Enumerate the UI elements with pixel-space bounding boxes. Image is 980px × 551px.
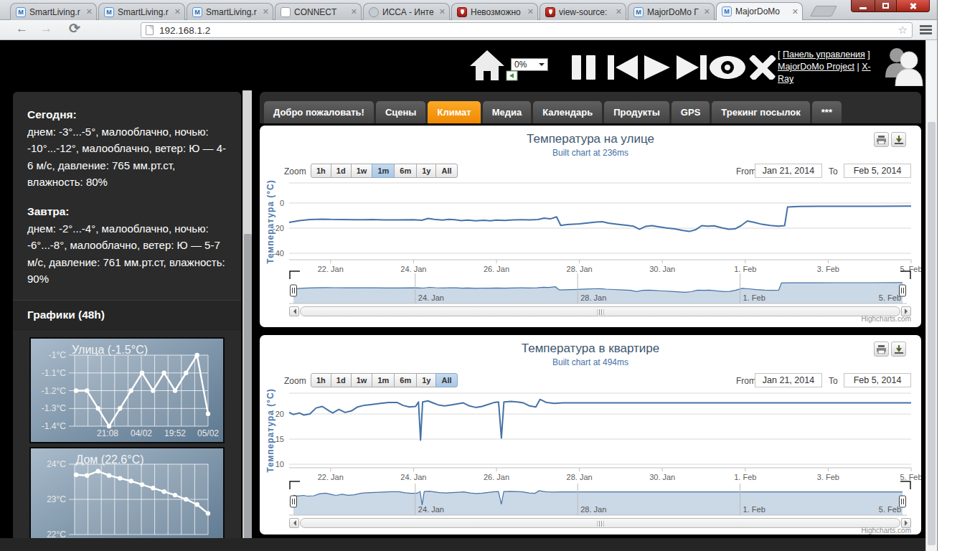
menu-icon[interactable]: [920, 25, 932, 34]
svg-text:23°C: 23°C: [47, 494, 66, 504]
bracket-text: [: [778, 50, 783, 60]
y-axis-title: Температура (°C): [265, 179, 275, 264]
mini-chart-home[interactable]: 24°C23°C22°C21:0804/0219:5205/02 Дом (22…: [29, 447, 225, 551]
chart-plot: 0-20-4022. Jan24. Jan26. Jan28. Jan30. J…: [260, 126, 921, 327]
url-text[interactable]: 192.168.1.2: [159, 25, 898, 36]
majordomo-project-link[interactable]: MajorDoMo Project: [778, 62, 854, 72]
app-tab-календарь[interactable]: Календарь: [533, 101, 602, 123]
svg-text:05/02: 05/02: [197, 428, 219, 438]
right-arrow-icon: [905, 309, 910, 314]
refresh-button[interactable]: ⟳: [69, 22, 80, 36]
bracket-text: ]: [865, 50, 870, 60]
today-label: Сегодня:: [27, 106, 227, 123]
browser-scrollbar-thumb[interactable]: [928, 122, 936, 545]
app-tab-медиа[interactable]: Медиа: [483, 101, 532, 123]
sidebar-scrollbar[interactable]: [242, 90, 252, 551]
scroll-left-button[interactable]: [289, 306, 299, 316]
svg-text:22. Jan: 22. Jan: [318, 473, 344, 481]
app-tab-климат[interactable]: Климат: [428, 101, 480, 123]
app-tab-bar: Добро пожаловать!СценыКлиматМедиаКаленда…: [260, 92, 921, 123]
app-tab-сцены[interactable]: Сцены: [376, 101, 426, 123]
tab-close-icon[interactable]: ✕: [704, 7, 710, 17]
drop-favicon-icon: [545, 7, 555, 17]
majordomo-favicon-icon: M: [633, 7, 644, 17]
svg-text:1. Feb: 1. Feb: [743, 293, 765, 302]
temperature-series-line: [289, 206, 911, 231]
tab-close-icon[interactable]: ✕: [527, 7, 534, 17]
navigator-handle[interactable]: [900, 285, 906, 296]
app-tab-трекинг-посылок[interactable]: Трекинг посылок: [712, 101, 809, 123]
svg-text:24. Jan: 24. Jan: [418, 505, 444, 514]
play-button[interactable]: [643, 55, 672, 80]
tab-close-icon[interactable]: ✕: [174, 7, 181, 17]
svg-text:10: 10: [275, 460, 284, 468]
svg-text:-1.2°C: -1.2°C: [42, 386, 66, 396]
browser-tab[interactable]: CONNECT✕: [275, 3, 362, 20]
scrollbar-track[interactable]: [300, 518, 900, 528]
app-tab-добро-пожаловать-[interactable]: Добро пожаловать!: [264, 101, 374, 123]
tab-close-icon[interactable]: ✕: [351, 7, 357, 17]
svg-text:28. Jan: 28. Jan: [580, 293, 606, 302]
pause-button[interactable]: [570, 55, 599, 80]
svg-text:24. Jan: 24. Jan: [400, 473, 426, 481]
browser-tab[interactable]: Невозможно✕: [451, 3, 538, 20]
browser-tab[interactable]: MMajorDoMo✕: [716, 2, 803, 20]
browser-tab[interactable]: MSmartLiving.r✕: [187, 3, 273, 20]
previous-button[interactable]: [606, 55, 639, 80]
svg-text:26. Jan: 26. Jan: [484, 265, 509, 273]
right-arrow-icon: [905, 520, 910, 526]
app-tab--[interactable]: ***: [812, 101, 842, 123]
left-arrow-icon: [291, 520, 296, 526]
back-button[interactable]: ←: [16, 22, 28, 36]
svg-text:30. Jan: 30. Jan: [649, 265, 675, 273]
svg-text:3. Feb: 3. Feb: [817, 473, 839, 481]
browser-scrollbar[interactable]: [925, 40, 936, 551]
tab-close-icon[interactable]: ✕: [86, 7, 93, 17]
volume-select[interactable]: 0%: [511, 58, 548, 71]
navigator-handle[interactable]: [900, 496, 906, 507]
scroll-left-button[interactable]: [289, 518, 299, 528]
app-header: 0% [ Панель: [0, 40, 925, 90]
highcharts-credits[interactable]: Highcharts.com: [862, 315, 911, 323]
tab-title: CONNECT: [294, 7, 348, 17]
browser-tab[interactable]: MMajorDoMo Г✕: [628, 3, 715, 20]
navigator-handle[interactable]: [291, 285, 297, 296]
browser-tab[interactable]: MSmartLiving.r✕: [98, 3, 185, 20]
bookmark-star-icon[interactable]: ☆: [898, 24, 908, 37]
browser-tab[interactable]: view-source:✕: [540, 3, 626, 20]
highcharts-credits[interactable]: Highcharts.com: [862, 527, 911, 534]
close-button[interactable]: [897, 0, 930, 12]
maximize-button[interactable]: [875, 0, 897, 12]
drop-favicon-icon: [457, 7, 467, 17]
majordomo-favicon-icon: M: [16, 7, 26, 17]
svg-text:5. Feb: 5. Feb: [879, 293, 901, 302]
console-icon[interactable]: [506, 70, 518, 81]
browser-tab[interactable]: MSmartLiving.r✕: [10, 3, 97, 20]
forward-button[interactable]: →: [40, 22, 52, 36]
tab-close-icon[interactable]: ✕: [263, 7, 269, 17]
tab-close-icon[interactable]: ✕: [792, 7, 798, 17]
svg-text:24. Jan: 24. Jan: [418, 293, 444, 302]
chart-plot: 20151022. Jan24. Jan26. Jan28. Jan30. Ja…: [260, 335, 921, 534]
app-tab-продукты[interactable]: Продукты: [604, 101, 669, 123]
minimize-button[interactable]: [851, 0, 875, 12]
browser-tab[interactable]: ИССА - Инте✕: [363, 3, 450, 20]
sidebar-scrollbar-thumb[interactable]: [244, 234, 252, 551]
chart-scrollbar[interactable]: [289, 306, 911, 316]
users-icon[interactable]: [882, 43, 924, 86]
app-tab-gps[interactable]: GPS: [672, 101, 710, 123]
control-panel-link[interactable]: Панель управления: [783, 50, 865, 60]
address-bar[interactable]: 192.168.1.2 ☆: [141, 22, 913, 38]
eye-button[interactable]: [709, 55, 746, 80]
next-button[interactable]: [675, 55, 708, 80]
navigator-handle[interactable]: [291, 496, 297, 507]
screenshot-root: MSmartLiving.r✕MSmartLiving.r✕MSmartLivi…: [0, 0, 980, 551]
home-icon[interactable]: [468, 49, 507, 83]
chart-scrollbar[interactable]: [289, 518, 911, 528]
scrollbar-track[interactable]: [300, 306, 900, 316]
tab-close-icon[interactable]: ✕: [439, 7, 446, 17]
tab-close-icon[interactable]: ✕: [616, 7, 622, 17]
chart-card-outdoor: Температура на улице Built chart at 236m…: [260, 126, 921, 327]
stop-close-button[interactable]: [748, 55, 777, 80]
mini-chart-street[interactable]: -1°C-1.1°C-1.2°C-1.3°C-1.4°C21:0804/0219…: [29, 337, 225, 443]
